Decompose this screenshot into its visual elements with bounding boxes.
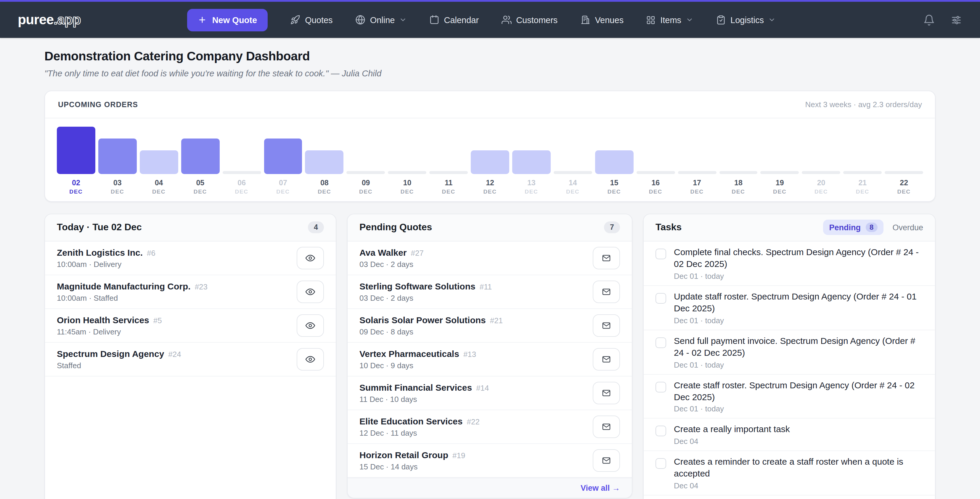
bar-column[interactable] [429, 171, 468, 174]
quote-row: Summit Financial Services #14 11 Dec · 1… [348, 377, 632, 410]
bar-column[interactable] [636, 171, 675, 174]
email-quote-button[interactable] [593, 247, 620, 269]
orders-bar[interactable] [678, 171, 716, 174]
mail-icon [601, 287, 611, 297]
bar-label-column: 13 DEC [512, 179, 551, 195]
orders-bar[interactable] [98, 138, 137, 174]
bar-column[interactable] [471, 150, 509, 174]
bar-column[interactable] [512, 150, 551, 174]
mail-icon [601, 422, 611, 432]
nav-item-quotes[interactable]: Quotes [290, 15, 333, 25]
bar-column[interactable] [719, 171, 758, 174]
bar-column[interactable] [595, 150, 633, 174]
orders-bar[interactable] [388, 171, 426, 174]
quote-customer-name: Solaris Solar Power Solutions [360, 315, 486, 325]
orders-bar[interactable] [802, 171, 840, 174]
notifications-button[interactable] [923, 14, 935, 26]
bar-day-label: 13 [527, 179, 536, 188]
view-order-button[interactable] [297, 247, 324, 269]
email-quote-button[interactable] [593, 416, 620, 438]
task-checkbox[interactable] [655, 381, 666, 392]
orders-bar[interactable] [512, 150, 551, 174]
orders-bar[interactable] [843, 171, 882, 174]
orders-bar[interactable] [222, 171, 261, 174]
orders-bar[interactable] [760, 171, 799, 174]
bar-day-label: 07 [279, 179, 287, 188]
settings-button[interactable] [950, 14, 962, 26]
bar-column[interactable] [305, 150, 344, 174]
orders-bar[interactable] [305, 150, 344, 174]
orders-bar[interactable] [719, 171, 758, 174]
view-order-button[interactable] [297, 314, 324, 337]
bar-month-label: DEC [566, 188, 579, 195]
bar-column[interactable] [760, 171, 799, 174]
nav-right-actions [923, 14, 962, 26]
email-quote-button[interactable] [593, 382, 620, 404]
bar-column[interactable] [843, 171, 882, 174]
nav-item-customers[interactable]: Customers [501, 15, 557, 25]
nav-item-venues[interactable]: Venues [580, 15, 624, 25]
orders-bar[interactable] [554, 171, 592, 174]
nav-item-items[interactable]: Items [646, 15, 693, 25]
plus-icon [198, 15, 207, 24]
email-quote-button[interactable] [593, 449, 620, 472]
orders-bar[interactable] [595, 150, 633, 174]
task-checkbox[interactable] [655, 426, 666, 437]
bar-month-label: DEC [608, 188, 621, 195]
app-logo[interactable]: puree.app [18, 12, 81, 28]
bar-column[interactable] [347, 171, 385, 174]
upcoming-orders-card: UPCOMING ORDERS Next 3 weeks · avg 2.3 o… [45, 91, 935, 202]
task-checkbox[interactable] [655, 337, 666, 348]
rocket-icon [290, 15, 300, 25]
bar-column[interactable] [885, 171, 923, 174]
bar-day-label: 18 [734, 179, 743, 188]
mail-icon [601, 388, 611, 398]
orders-bar[interactable] [140, 150, 178, 174]
nav-item-online[interactable]: Online [355, 15, 407, 25]
new-quote-button[interactable]: New Quote [188, 9, 268, 31]
task-checkbox[interactable] [655, 458, 666, 469]
tab-pending[interactable]: Pending 8 [823, 220, 884, 235]
email-quote-button[interactable] [593, 314, 620, 337]
bar-column[interactable] [222, 171, 261, 174]
clipboard-check-icon [716, 15, 725, 25]
task-row: Creates a reminder to create a staff ros… [644, 451, 935, 496]
chevron-down-icon [768, 16, 776, 24]
view-order-button[interactable] [297, 348, 324, 370]
bar-column[interactable] [678, 171, 716, 174]
bar-column[interactable] [264, 138, 302, 174]
orders-bar[interactable] [636, 171, 675, 174]
task-checkbox[interactable] [655, 249, 666, 259]
bar-month-label: DEC [401, 188, 414, 195]
mail-icon [601, 354, 611, 364]
bar-chart-bars [57, 123, 923, 174]
view-order-button[interactable] [297, 281, 324, 303]
bar-column[interactable] [181, 138, 220, 174]
bar-column[interactable] [554, 171, 592, 174]
task-checkbox[interactable] [655, 293, 666, 304]
orders-bar[interactable] [885, 171, 923, 174]
calendar-icon [429, 15, 439, 25]
tab-overdue[interactable]: Overdue [892, 223, 923, 232]
orders-bar[interactable] [347, 171, 385, 174]
orders-bar[interactable] [264, 138, 302, 174]
bar-column[interactable] [98, 138, 137, 174]
tasks-title: Tasks [655, 222, 682, 233]
orders-bar[interactable] [181, 138, 220, 174]
nav-item-logistics[interactable]: Logistics [716, 15, 776, 25]
bar-label-column: 15 DEC [595, 179, 633, 195]
order-meta: 10:00am · Staffed [57, 294, 208, 302]
view-all-link[interactable]: View all → [581, 484, 620, 493]
bar-column[interactable] [57, 127, 95, 174]
email-quote-button[interactable] [593, 348, 620, 370]
bar-column[interactable] [140, 150, 178, 174]
nav-item-calendar[interactable]: Calendar [429, 15, 479, 25]
bar-day-label: 19 [776, 179, 784, 188]
order-id: #6 [147, 249, 156, 257]
email-quote-button[interactable] [593, 281, 620, 303]
orders-bar[interactable] [57, 127, 95, 174]
orders-bar[interactable] [429, 171, 468, 174]
bar-column[interactable] [802, 171, 840, 174]
orders-bar[interactable] [471, 150, 509, 174]
bar-column[interactable] [388, 171, 426, 174]
